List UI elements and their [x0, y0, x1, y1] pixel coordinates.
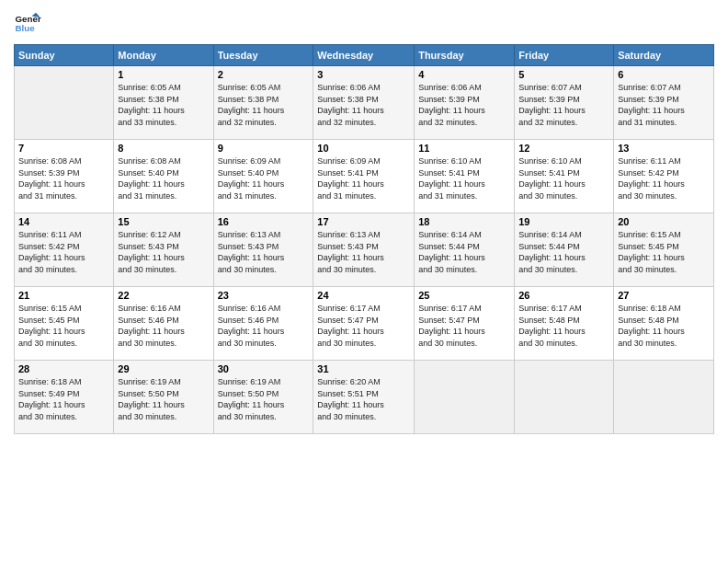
- day-number: 29: [118, 363, 209, 374]
- day-info: Sunrise: 6:06 AM Sunset: 5:39 PM Dayligh…: [418, 82, 510, 128]
- calendar-cell: 25Sunrise: 6:17 AM Sunset: 5:47 PM Dayli…: [415, 287, 515, 361]
- calendar-cell: 24Sunrise: 6:17 AM Sunset: 5:47 PM Dayli…: [313, 287, 415, 361]
- day-number: 8: [118, 143, 209, 154]
- day-info: Sunrise: 6:16 AM Sunset: 5:46 PM Dayligh…: [118, 303, 209, 349]
- day-info: Sunrise: 6:11 AM Sunset: 5:42 PM Dayligh…: [618, 155, 710, 201]
- calendar-table: SundayMondayTuesdayWednesdayThursdayFrid…: [14, 44, 714, 434]
- day-number: 15: [118, 216, 209, 227]
- calendar-cell: 19Sunrise: 6:14 AM Sunset: 5:44 PM Dayli…: [515, 213, 614, 287]
- header-row: SundayMondayTuesdayWednesdayThursdayFrid…: [15, 45, 714, 66]
- day-number: 4: [418, 69, 510, 80]
- calendar-cell: [614, 361, 714, 434]
- calendar-cell: [15, 66, 114, 140]
- day-info: Sunrise: 6:16 AM Sunset: 5:46 PM Dayligh…: [218, 303, 310, 349]
- day-header: Friday: [515, 45, 614, 66]
- calendar-week-row: 7Sunrise: 6:08 AM Sunset: 5:39 PM Daylig…: [15, 140, 714, 213]
- day-info: Sunrise: 6:19 AM Sunset: 5:50 PM Dayligh…: [218, 376, 310, 422]
- day-number: 11: [418, 143, 510, 154]
- calendar-cell: 18Sunrise: 6:14 AM Sunset: 5:44 PM Dayli…: [415, 213, 515, 287]
- day-number: 18: [418, 216, 510, 227]
- calendar-cell: 14Sunrise: 6:11 AM Sunset: 5:42 PM Dayli…: [15, 213, 114, 287]
- day-number: 5: [518, 69, 609, 80]
- day-info: Sunrise: 6:17 AM Sunset: 5:47 PM Dayligh…: [418, 303, 510, 349]
- calendar-cell: 2Sunrise: 6:05 AM Sunset: 5:38 PM Daylig…: [213, 66, 313, 140]
- day-info: Sunrise: 6:17 AM Sunset: 5:47 PM Dayligh…: [317, 303, 410, 349]
- calendar-cell: 7Sunrise: 6:08 AM Sunset: 5:39 PM Daylig…: [15, 140, 114, 213]
- calendar-cell: 8Sunrise: 6:08 AM Sunset: 5:40 PM Daylig…: [114, 140, 213, 213]
- day-info: Sunrise: 6:10 AM Sunset: 5:41 PM Dayligh…: [418, 155, 510, 201]
- day-info: Sunrise: 6:08 AM Sunset: 5:39 PM Dayligh…: [18, 155, 109, 201]
- day-info: Sunrise: 6:20 AM Sunset: 5:51 PM Dayligh…: [317, 376, 410, 422]
- calendar-cell: 20Sunrise: 6:15 AM Sunset: 5:45 PM Dayli…: [614, 213, 714, 287]
- day-info: Sunrise: 6:05 AM Sunset: 5:38 PM Dayligh…: [118, 82, 209, 128]
- day-info: Sunrise: 6:10 AM Sunset: 5:41 PM Dayligh…: [518, 155, 609, 201]
- day-number: 9: [218, 143, 310, 154]
- calendar-week-row: 1Sunrise: 6:05 AM Sunset: 5:38 PM Daylig…: [15, 66, 714, 140]
- day-info: Sunrise: 6:11 AM Sunset: 5:42 PM Dayligh…: [18, 229, 109, 275]
- day-info: Sunrise: 6:07 AM Sunset: 5:39 PM Dayligh…: [518, 82, 609, 128]
- day-info: Sunrise: 6:15 AM Sunset: 5:45 PM Dayligh…: [18, 303, 109, 349]
- day-number: 3: [317, 69, 410, 80]
- calendar-cell: 6Sunrise: 6:07 AM Sunset: 5:39 PM Daylig…: [614, 66, 714, 140]
- calendar-cell: 9Sunrise: 6:09 AM Sunset: 5:40 PM Daylig…: [213, 140, 313, 213]
- calendar-cell: 30Sunrise: 6:19 AM Sunset: 5:50 PM Dayli…: [213, 361, 313, 434]
- day-info: Sunrise: 6:15 AM Sunset: 5:45 PM Dayligh…: [618, 229, 710, 275]
- calendar-cell: 23Sunrise: 6:16 AM Sunset: 5:46 PM Dayli…: [213, 287, 313, 361]
- calendar-week-row: 28Sunrise: 6:18 AM Sunset: 5:49 PM Dayli…: [15, 361, 714, 434]
- day-number: 25: [418, 290, 510, 301]
- calendar-cell: 13Sunrise: 6:11 AM Sunset: 5:42 PM Dayli…: [614, 140, 714, 213]
- day-number: 28: [18, 363, 109, 374]
- calendar-week-row: 21Sunrise: 6:15 AM Sunset: 5:45 PM Dayli…: [15, 287, 714, 361]
- logo-icon: General Blue: [14, 9, 41, 37]
- day-header: Tuesday: [213, 45, 313, 66]
- calendar-cell: 29Sunrise: 6:19 AM Sunset: 5:50 PM Dayli…: [114, 361, 213, 434]
- day-header: Thursday: [415, 45, 515, 66]
- day-header: Monday: [114, 45, 213, 66]
- day-info: Sunrise: 6:18 AM Sunset: 5:48 PM Dayligh…: [618, 303, 710, 349]
- day-number: 19: [518, 216, 609, 227]
- day-info: Sunrise: 6:14 AM Sunset: 5:44 PM Dayligh…: [418, 229, 510, 275]
- day-info: Sunrise: 6:14 AM Sunset: 5:44 PM Dayligh…: [518, 229, 609, 275]
- page: General Blue SundayMondayTuesdayWednesda…: [0, 0, 728, 563]
- calendar-cell: 5Sunrise: 6:07 AM Sunset: 5:39 PM Daylig…: [515, 66, 614, 140]
- day-info: Sunrise: 6:06 AM Sunset: 5:38 PM Dayligh…: [317, 82, 410, 128]
- day-number: 26: [518, 290, 609, 301]
- day-number: 13: [618, 143, 710, 154]
- day-header: Wednesday: [313, 45, 415, 66]
- day-info: Sunrise: 6:13 AM Sunset: 5:43 PM Dayligh…: [218, 229, 310, 275]
- day-number: 16: [218, 216, 310, 227]
- calendar-cell: [415, 361, 515, 434]
- day-number: 24: [317, 290, 410, 301]
- day-number: 20: [618, 216, 710, 227]
- calendar-cell: 27Sunrise: 6:18 AM Sunset: 5:48 PM Dayli…: [614, 287, 714, 361]
- header: General Blue: [14, 9, 714, 37]
- day-number: 1: [118, 69, 209, 80]
- day-info: Sunrise: 6:05 AM Sunset: 5:38 PM Dayligh…: [218, 82, 310, 128]
- day-number: 12: [518, 143, 609, 154]
- day-info: Sunrise: 6:07 AM Sunset: 5:39 PM Dayligh…: [618, 82, 710, 128]
- calendar-cell: 15Sunrise: 6:12 AM Sunset: 5:43 PM Dayli…: [114, 213, 213, 287]
- day-number: 23: [218, 290, 310, 301]
- day-number: 6: [618, 69, 710, 80]
- day-info: Sunrise: 6:13 AM Sunset: 5:43 PM Dayligh…: [317, 229, 410, 275]
- calendar-cell: 11Sunrise: 6:10 AM Sunset: 5:41 PM Dayli…: [415, 140, 515, 213]
- day-info: Sunrise: 6:08 AM Sunset: 5:40 PM Dayligh…: [118, 155, 209, 201]
- day-number: 31: [317, 363, 410, 374]
- calendar-week-row: 14Sunrise: 6:11 AM Sunset: 5:42 PM Dayli…: [15, 213, 714, 287]
- svg-text:Blue: Blue: [16, 23, 36, 33]
- logo: General Blue: [14, 9, 36, 37]
- calendar-cell: 3Sunrise: 6:06 AM Sunset: 5:38 PM Daylig…: [313, 66, 415, 140]
- day-info: Sunrise: 6:18 AM Sunset: 5:49 PM Dayligh…: [18, 376, 109, 422]
- calendar-cell: 31Sunrise: 6:20 AM Sunset: 5:51 PM Dayli…: [313, 361, 415, 434]
- day-number: 27: [618, 290, 710, 301]
- day-info: Sunrise: 6:09 AM Sunset: 5:40 PM Dayligh…: [218, 155, 310, 201]
- day-header: Sunday: [15, 45, 114, 66]
- calendar-cell: 28Sunrise: 6:18 AM Sunset: 5:49 PM Dayli…: [15, 361, 114, 434]
- day-number: 14: [18, 216, 109, 227]
- calendar-cell: 26Sunrise: 6:17 AM Sunset: 5:48 PM Dayli…: [515, 287, 614, 361]
- day-number: 22: [118, 290, 209, 301]
- day-info: Sunrise: 6:09 AM Sunset: 5:41 PM Dayligh…: [317, 155, 410, 201]
- day-number: 17: [317, 216, 410, 227]
- calendar-cell: 12Sunrise: 6:10 AM Sunset: 5:41 PM Dayli…: [515, 140, 614, 213]
- day-number: 2: [218, 69, 310, 80]
